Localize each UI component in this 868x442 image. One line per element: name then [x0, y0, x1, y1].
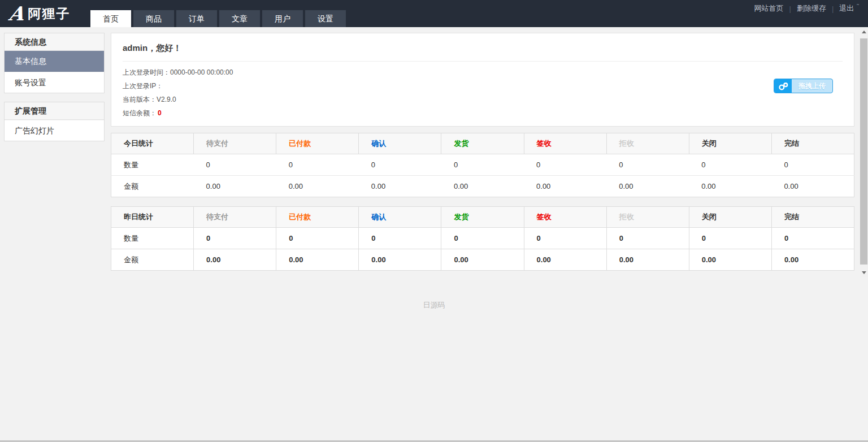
sidebar-item-account-settings[interactable]: 账号设置 — [5, 72, 104, 93]
column-header: 完结 — [771, 207, 854, 228]
logo-text: 阿狸子 — [28, 5, 70, 23]
table-row: 数量00000000 — [111, 154, 854, 176]
cell-value: 0.00 — [441, 176, 524, 197]
sms-balance-line: 短信余额：0 — [123, 106, 843, 120]
column-header: 确认 — [359, 133, 441, 154]
column-header: 已付款 — [276, 133, 359, 154]
cell-value: 0.00 — [771, 176, 854, 197]
logo: A 阿狸子 — [9, 0, 70, 27]
table-row: 金额0.000.000.000.000.000.000.000.00 — [111, 249, 854, 271]
cell-value: 0 — [276, 228, 359, 249]
nav-tab-orders[interactable]: 订单 — [176, 10, 217, 27]
sidebar-group-system-info: 系统信息基本信息账号设置 — [4, 33, 105, 93]
footer-text: 日源码 — [0, 300, 868, 310]
scroll-down-button[interactable] — [860, 268, 868, 277]
cell-value: 0 — [194, 228, 276, 249]
upload-button-label: 拖拽上传 — [792, 79, 832, 93]
column-header: 完结 — [771, 133, 854, 154]
cell-value: 0.00 — [771, 249, 854, 271]
cell-value: 0.00 — [359, 176, 441, 197]
topbar-link-site-home[interactable]: 网站首页 — [754, 3, 784, 14]
cell-value: 0 — [276, 154, 359, 176]
sidebar-group-extension-mgmt: 扩展管理广告幻灯片 — [4, 102, 105, 141]
sidebar-item-basic-info[interactable]: 基本信息 — [5, 51, 104, 72]
column-header: 确认 — [359, 207, 441, 228]
scrollbar-thumb[interactable] — [860, 38, 867, 265]
column-header: 签收 — [524, 133, 606, 154]
cell-value: 0 — [771, 228, 854, 249]
column-header: 关闭 — [689, 133, 771, 154]
nav-tab-home[interactable]: 首页 — [90, 10, 131, 27]
scroll-up-button[interactable] — [860, 27, 868, 36]
cell-value: 0.00 — [524, 176, 606, 197]
nav-tabs: 首页商品订单文章用户设置 — [90, 10, 346, 27]
sidebar-header-system-info: 系统信息 — [5, 33, 104, 51]
yesterday-stats-table: 昨日统计待支付已付款确认发货签收拒收关闭完结数量00000000金额0.000.… — [111, 206, 854, 271]
cell-value: 0 — [441, 154, 524, 176]
welcome-title: admin，您好！ — [123, 33, 843, 62]
row-label: 金额 — [111, 176, 194, 197]
cell-value: 0 — [359, 154, 441, 176]
sidebar: 系统信息基本信息账号设置扩展管理广告幻灯片 — [4, 33, 105, 150]
table-header-row: 昨日统计待支付已付款确认发货签收拒收关闭完结 — [111, 207, 854, 228]
cell-value: 0 — [194, 154, 276, 176]
main-content: admin，您好！ 上次登录时间：0000-00-00 00:00:00上次登录… — [111, 33, 854, 271]
nav-tab-settings[interactable]: 设置 — [305, 10, 346, 27]
nav-tab-goods[interactable]: 商品 — [133, 10, 174, 27]
cell-value: 0.00 — [276, 176, 359, 197]
welcome-info: 上次登录时间：0000-00-00 00:00:00上次登录IP：当前版本：V2… — [123, 66, 843, 106]
topbar: A 阿狸子 首页商品订单文章用户设置 网站首页|删除缓存|退出˜ — [0, 0, 868, 27]
topbar-link-clear-cache[interactable]: 删除缓存 — [797, 3, 826, 14]
row-label: 数量 — [111, 154, 194, 176]
upload-button[interactable]: 拖拽上传 — [774, 79, 833, 93]
cell-value: 0 — [524, 228, 606, 249]
welcome-info-line: 当前版本：V2.9.0 — [123, 93, 843, 106]
cell-value: 0.00 — [606, 176, 689, 197]
sidebar-header-extension-mgmt: 扩展管理 — [5, 102, 104, 120]
sms-balance-value: 0 — [158, 109, 162, 117]
table-row: 数量00000000 — [111, 228, 854, 249]
column-header: 发货 — [441, 207, 524, 228]
logout-caret-icon: ˜ — [857, 3, 859, 10]
nav-tab-articles[interactable]: 文章 — [219, 10, 260, 27]
sms-balance-label: 短信余额： — [123, 109, 157, 117]
topbar-links: 网站首页|删除缓存|退出˜ — [754, 3, 859, 14]
arrow-up-icon — [862, 31, 866, 33]
table-title-yesterday: 昨日统计 — [111, 207, 194, 228]
cell-value: 0.00 — [689, 176, 771, 197]
link-separator: | — [789, 5, 791, 13]
vertical-scrollbar[interactable] — [860, 27, 868, 277]
topbar-link-logout[interactable]: 退出 — [839, 3, 854, 14]
nav-tab-users[interactable]: 用户 — [262, 10, 303, 27]
row-label: 金额 — [111, 249, 194, 271]
table-title-today: 今日统计 — [111, 133, 194, 154]
cloud-disk-icon — [774, 79, 792, 93]
column-header: 关闭 — [689, 207, 771, 228]
sidebar-item-ad-slideshow[interactable]: 广告幻灯片 — [5, 120, 104, 141]
column-header: 拒收 — [606, 133, 689, 154]
column-header: 发货 — [441, 133, 524, 154]
welcome-info-line: 上次登录IP： — [123, 79, 843, 93]
cell-value: 0 — [606, 154, 689, 176]
cell-value: 0.00 — [194, 176, 276, 197]
cell-value: 0 — [359, 228, 441, 249]
cell-value: 0.00 — [276, 249, 359, 271]
cell-value: 0 — [524, 154, 606, 176]
cell-value: 0.00 — [359, 249, 441, 271]
column-header: 待支付 — [194, 207, 276, 228]
column-header: 已付款 — [276, 207, 359, 228]
arrow-down-icon — [862, 271, 866, 274]
column-header: 待支付 — [194, 133, 276, 154]
link-separator: | — [832, 5, 834, 13]
welcome-panel: admin，您好！ 上次登录时间：0000-00-00 00:00:00上次登录… — [111, 33, 854, 127]
welcome-info-line: 上次登录时间：0000-00-00 00:00:00 — [123, 66, 843, 79]
row-label: 数量 — [111, 228, 194, 249]
cell-value: 0.00 — [606, 249, 689, 271]
cell-value: 0.00 — [441, 249, 524, 271]
cell-value: 0 — [441, 228, 524, 249]
today-stats-table: 今日统计待支付已付款确认发货签收拒收关闭完结数量00000000金额0.000.… — [111, 133, 854, 197]
cell-value: 0 — [606, 228, 689, 249]
cell-value: 0 — [689, 154, 771, 176]
cell-value: 0 — [689, 228, 771, 249]
cell-value: 0.00 — [524, 249, 606, 271]
